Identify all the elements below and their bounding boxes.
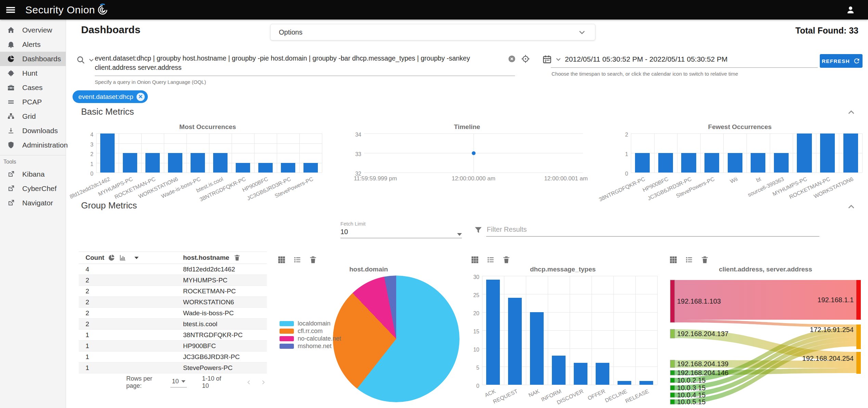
sankey-node[interactable] bbox=[670, 378, 675, 383]
user-account-icon[interactable] bbox=[845, 5, 856, 15]
menu-icon[interactable] bbox=[5, 4, 16, 16]
count-column-header[interactable]: Count bbox=[86, 254, 104, 262]
previous-page-icon[interactable] bbox=[245, 378, 252, 387]
sort-desc-icon[interactable] bbox=[134, 257, 139, 259]
table-view-icon[interactable] bbox=[470, 255, 479, 264]
bar[interactable] bbox=[704, 153, 719, 173]
range-chevron-down-icon[interactable] bbox=[555, 55, 562, 63]
bar[interactable] bbox=[486, 280, 500, 385]
x-axis-label[interactable]: WORKSTATION6 bbox=[813, 176, 854, 200]
sankey-node[interactable] bbox=[856, 352, 861, 374]
sidebar-item-pcap[interactable]: PCAP bbox=[0, 95, 66, 109]
delete-chart-icon[interactable] bbox=[502, 255, 511, 264]
list-view-icon[interactable] bbox=[486, 255, 495, 264]
sankey-node[interactable] bbox=[856, 324, 861, 349]
query-chevron-down-icon[interactable] bbox=[88, 56, 95, 64]
bar[interactable] bbox=[508, 298, 522, 385]
table-row[interactable]: 1HP900BFC bbox=[79, 341, 267, 352]
list-view-icon[interactable] bbox=[293, 255, 302, 264]
x-axis-label[interactable]: OFFER bbox=[587, 388, 606, 401]
sankey-node[interactable] bbox=[670, 280, 675, 322]
sidebar-item-grid[interactable]: Grid bbox=[0, 109, 66, 124]
bar[interactable] bbox=[618, 381, 632, 385]
table-row[interactable]: 2Wade-is-boss-PC bbox=[79, 308, 267, 319]
rows-per-page-select[interactable]: 10 bbox=[170, 377, 187, 387]
remove-filter-icon[interactable]: ✕ bbox=[137, 93, 145, 101]
timeline-data-point[interactable] bbox=[472, 151, 476, 155]
bar[interactable] bbox=[820, 133, 835, 173]
x-axis-label[interactable]: StevePowers-PC bbox=[675, 176, 716, 199]
x-axis-label[interactable]: NAK bbox=[528, 388, 540, 398]
table-row[interactable]: 138NTRGDFQKR-PC bbox=[79, 330, 267, 341]
collapse-basic-metrics-icon[interactable] bbox=[846, 107, 856, 117]
sidebar-item-cases[interactable]: Cases bbox=[0, 80, 66, 95]
delete-chart-icon[interactable] bbox=[309, 255, 318, 264]
sidebar-item-dashboards[interactable]: Dashboards bbox=[0, 52, 66, 66]
sidebar-item-hunt[interactable]: Hunt bbox=[0, 66, 66, 80]
x-axis-label[interactable]: bt bbox=[755, 176, 762, 183]
sidebar-item-kibana[interactable]: Kibana bbox=[0, 167, 66, 181]
table-row[interactable]: 1JC3GB6JRD3R-PC bbox=[79, 352, 267, 362]
sidebar-item-downloads[interactable]: Downloads bbox=[0, 124, 66, 138]
bar[interactable] bbox=[797, 133, 812, 173]
bar[interactable] bbox=[236, 163, 250, 173]
bar[interactable] bbox=[635, 153, 650, 173]
timerange-input[interactable]: 2012/05/11 05:30:52 PM - 2022/05/11 05:3… bbox=[565, 55, 728, 63]
table-row[interactable]: 48fd12edd2dc1462 bbox=[79, 264, 267, 275]
next-page-icon[interactable] bbox=[260, 378, 267, 387]
sidebar-item-overview[interactable]: Overview bbox=[0, 23, 66, 37]
sankey-node[interactable] bbox=[670, 399, 675, 404]
sankey-node[interactable] bbox=[670, 370, 675, 375]
remove-column-trash-icon[interactable] bbox=[233, 254, 241, 262]
clear-query-icon[interactable] bbox=[507, 54, 516, 63]
x-axis-label[interactable]: StevePowers-PC bbox=[274, 176, 314, 199]
sankey-node[interactable] bbox=[856, 280, 861, 320]
x-axis-label[interactable]: RELEASE bbox=[624, 388, 650, 405]
refresh-button[interactable]: REFRESH bbox=[820, 54, 863, 68]
table-view-icon[interactable] bbox=[277, 255, 286, 264]
bar[interactable] bbox=[168, 153, 182, 173]
table-row[interactable]: 2btest.is.cool bbox=[79, 319, 267, 330]
bar[interactable] bbox=[681, 153, 696, 173]
sidebar-item-cyberchef[interactable]: CyberChef bbox=[0, 181, 66, 196]
bar[interactable] bbox=[281, 163, 295, 173]
bar[interactable] bbox=[552, 356, 566, 385]
table-row[interactable]: 2ROCKETMAN-PC bbox=[79, 286, 267, 297]
table-row[interactable]: 2MYHUMPS-PC bbox=[79, 275, 267, 286]
bar[interactable] bbox=[751, 153, 765, 173]
pie-chart-circle[interactable] bbox=[333, 276, 459, 402]
x-axis-label[interactable]: REQUEST bbox=[492, 388, 519, 405]
x-axis-label[interactable]: Wii bbox=[729, 176, 739, 185]
sidebar-item-navigator[interactable]: Navigator bbox=[0, 196, 66, 210]
search-input[interactable]: event.dataset:dhcp | groupby host.hostna… bbox=[95, 54, 510, 72]
table-row[interactable]: 2WORKSTATION6 bbox=[79, 297, 267, 308]
fetch-limit-select[interactable]: Fetch Limit 10 bbox=[340, 221, 462, 238]
switch-to-bar-icon[interactable] bbox=[119, 254, 126, 262]
sidebar-item-administration[interactable]: Administration bbox=[0, 138, 66, 152]
switch-to-pie-icon[interactable] bbox=[108, 254, 115, 262]
bar[interactable] bbox=[530, 312, 544, 385]
bar[interactable] bbox=[658, 153, 673, 173]
options-expander[interactable]: Options bbox=[270, 24, 595, 40]
collapse-group-metrics-icon[interactable] bbox=[846, 202, 856, 212]
bar[interactable] bbox=[574, 363, 588, 385]
bar[interactable] bbox=[639, 381, 653, 385]
bar[interactable] bbox=[100, 133, 115, 173]
sankey-node[interactable] bbox=[670, 329, 675, 338]
bar[interactable] bbox=[123, 153, 137, 173]
bar[interactable] bbox=[213, 153, 228, 173]
bar[interactable] bbox=[258, 163, 273, 173]
table-row[interactable]: 1StevePowers-PC bbox=[79, 362, 267, 373]
sankey-node[interactable] bbox=[670, 360, 675, 368]
bar[interactable] bbox=[774, 153, 789, 173]
bar[interactable] bbox=[145, 153, 160, 173]
sankey-node[interactable] bbox=[670, 385, 675, 390]
sankey-node[interactable] bbox=[670, 393, 675, 397]
bar[interactable] bbox=[728, 153, 742, 173]
sidebar-item-alerts[interactable]: Alerts bbox=[0, 37, 66, 52]
x-axis-label[interactable]: ACK bbox=[484, 388, 496, 398]
hostname-column-header[interactable]: host.hostname bbox=[183, 254, 229, 262]
bar[interactable] bbox=[596, 363, 610, 385]
calendar-icon[interactable] bbox=[542, 54, 552, 64]
bar[interactable] bbox=[303, 163, 318, 173]
